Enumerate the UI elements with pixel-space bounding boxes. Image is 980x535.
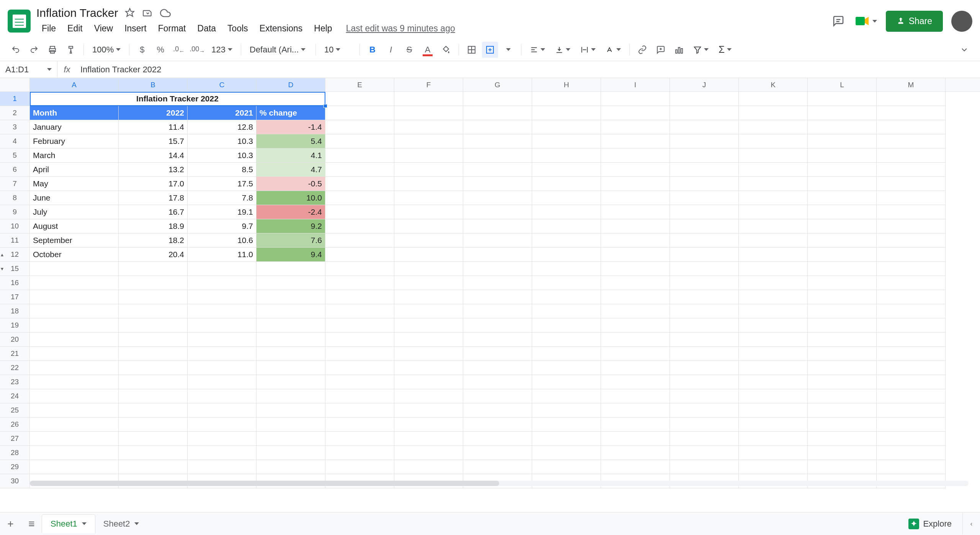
cell-2021[interactable]: 10.3 (188, 134, 256, 148)
cell[interactable] (256, 361, 325, 375)
cell[interactable] (808, 304, 877, 318)
menu-data[interactable]: Data (192, 21, 222, 36)
cell[interactable] (601, 318, 670, 333)
cell-month[interactable]: September (30, 233, 119, 248)
cell[interactable] (532, 219, 601, 233)
cell[interactable] (808, 347, 877, 361)
cell[interactable] (394, 304, 463, 318)
cell[interactable] (739, 290, 808, 304)
zoom-dropdown[interactable]: 100% (88, 42, 124, 58)
print-button[interactable] (44, 42, 60, 58)
cell[interactable] (463, 191, 532, 205)
expand-toolbar-button[interactable] (956, 42, 972, 58)
cell[interactable] (877, 205, 946, 219)
cell[interactable] (670, 262, 739, 276)
cell[interactable] (325, 106, 394, 120)
row-header-16[interactable]: 16 (0, 276, 29, 290)
cell[interactable] (394, 148, 463, 163)
selection-fill-handle[interactable] (323, 104, 327, 108)
cell[interactable] (877, 460, 946, 474)
cell[interactable] (325, 134, 394, 148)
cell[interactable] (119, 375, 188, 389)
cell[interactable] (532, 276, 601, 290)
cell-2021[interactable]: 17.5 (188, 177, 256, 191)
cell[interactable] (601, 347, 670, 361)
cell-pct[interactable]: 5.4 (256, 134, 325, 148)
increase-decimal-button[interactable]: .00→ (189, 42, 205, 58)
cell[interactable] (394, 177, 463, 191)
cell[interactable] (601, 134, 670, 148)
cell[interactable] (670, 163, 739, 177)
decrease-decimal-button[interactable]: .0← (171, 42, 187, 58)
cell[interactable] (394, 219, 463, 233)
cell[interactable] (601, 276, 670, 290)
cell[interactable] (463, 134, 532, 148)
cell[interactable] (394, 262, 463, 276)
insert-chart-button[interactable] (671, 42, 687, 58)
cell[interactable] (30, 432, 119, 446)
cell[interactable] (325, 290, 394, 304)
cell[interactable] (739, 163, 808, 177)
row-header-17[interactable]: 17 (0, 290, 29, 304)
cell[interactable] (670, 276, 739, 290)
cell[interactable] (670, 432, 739, 446)
cell[interactable] (119, 389, 188, 403)
cell[interactable] (30, 375, 119, 389)
cell-pct[interactable]: 10.0 (256, 191, 325, 205)
font-size-dropdown[interactable]: 10 (320, 42, 355, 58)
cell[interactable] (394, 163, 463, 177)
cell[interactable] (739, 120, 808, 134)
cell[interactable] (670, 219, 739, 233)
cell[interactable] (808, 191, 877, 205)
cell[interactable] (670, 304, 739, 318)
fill-color-button[interactable] (438, 42, 454, 58)
cell[interactable] (30, 347, 119, 361)
cell[interactable] (877, 177, 946, 191)
column-header-J[interactable]: J (670, 78, 739, 91)
cell[interactable] (325, 418, 394, 432)
cell[interactable] (325, 361, 394, 375)
row-header-23[interactable]: 23 (0, 375, 29, 389)
cell-pct[interactable]: 7.6 (256, 233, 325, 248)
cell[interactable] (188, 262, 256, 276)
cell[interactable] (463, 219, 532, 233)
cell[interactable] (325, 163, 394, 177)
cell[interactable] (394, 375, 463, 389)
cell[interactable] (188, 375, 256, 389)
row-header-29[interactable]: 29 (0, 460, 29, 474)
menu-insert[interactable]: Insert (119, 21, 152, 36)
cell[interactable] (119, 460, 188, 474)
cell[interactable] (532, 191, 601, 205)
cell[interactable] (808, 389, 877, 403)
cell[interactable] (256, 347, 325, 361)
row-group-collapse-icon[interactable]: ▴ (1, 251, 3, 258)
column-header-D[interactable]: D (256, 78, 325, 91)
cell[interactable] (808, 375, 877, 389)
cell[interactable] (119, 432, 188, 446)
cell[interactable] (394, 290, 463, 304)
cell[interactable] (670, 347, 739, 361)
cell-pct[interactable]: -1.4 (256, 120, 325, 134)
cell-2021[interactable]: 10.3 (188, 148, 256, 163)
cell[interactable] (325, 205, 394, 219)
cell[interactable] (256, 290, 325, 304)
cell[interactable] (394, 233, 463, 248)
cell[interactable] (601, 446, 670, 460)
cell[interactable] (601, 389, 670, 403)
cell-2022[interactable]: 11.4 (119, 120, 188, 134)
cell[interactable] (877, 219, 946, 233)
cell[interactable] (739, 432, 808, 446)
cell[interactable] (188, 403, 256, 418)
cell[interactable] (325, 318, 394, 333)
cell[interactable] (30, 403, 119, 418)
row-header-9[interactable]: 9 (0, 205, 29, 219)
cell[interactable] (877, 432, 946, 446)
cell-2022[interactable]: 13.2 (119, 163, 188, 177)
vertical-align-dropdown[interactable] (551, 42, 574, 58)
cell-2022[interactable]: 18.9 (119, 219, 188, 233)
cell[interactable] (30, 460, 119, 474)
cell[interactable] (463, 389, 532, 403)
row-header-26[interactable]: 26 (0, 418, 29, 432)
explore-button[interactable]: ✦ Explore (901, 515, 959, 533)
cell[interactable] (119, 446, 188, 460)
